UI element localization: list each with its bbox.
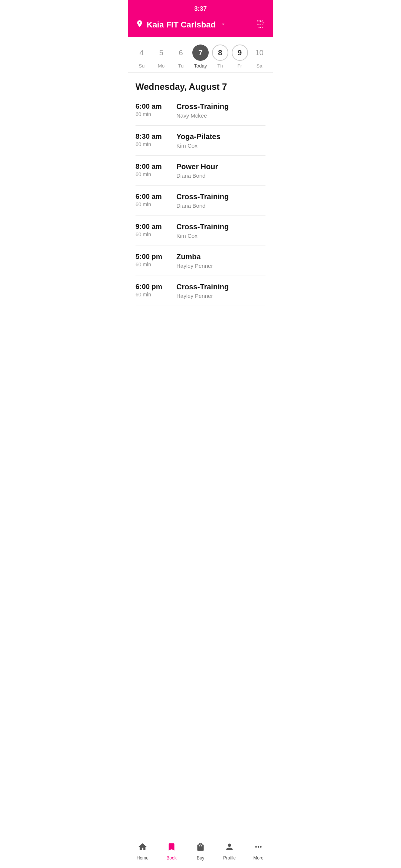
class-name-1: Yoga-Pilates bbox=[176, 132, 265, 141]
class-item-1[interactable]: 8:30 am 60 min Yoga-Pilates Kim Cox bbox=[136, 126, 265, 156]
day-number-8: 8 bbox=[212, 45, 228, 61]
class-instructor-6: Hayley Penner bbox=[176, 293, 265, 299]
class-time-5: 5:00 pm 60 min bbox=[136, 253, 176, 267]
class-time-main-1: 8:30 am bbox=[136, 132, 176, 141]
class-time-main-6: 6:00 pm bbox=[136, 283, 176, 291]
calendar-day-7[interactable]: 7 Today bbox=[191, 45, 210, 69]
class-time-3: 6:00 am 60 min bbox=[136, 193, 176, 207]
content-area: Wednesday, August 7 6:00 am 60 min Cross… bbox=[128, 73, 273, 343]
filter-button[interactable] bbox=[256, 19, 265, 30]
class-item-6[interactable]: 6:00 pm 60 min Cross-Training Hayley Pen… bbox=[136, 276, 265, 306]
day-label-6: Tu bbox=[178, 63, 184, 69]
class-name-5: Zumba bbox=[176, 253, 265, 261]
class-time-duration-5: 60 min bbox=[136, 262, 176, 267]
day-number-7: 7 bbox=[192, 45, 209, 61]
date-heading: Wednesday, August 7 bbox=[128, 73, 273, 96]
calendar-day-8[interactable]: 8 Th bbox=[211, 45, 229, 69]
class-instructor-3: Diana Bond bbox=[176, 203, 265, 209]
class-time-main-2: 8:00 am bbox=[136, 162, 176, 171]
class-time-2: 8:00 am 60 min bbox=[136, 162, 176, 177]
class-time-duration-2: 60 min bbox=[136, 171, 176, 177]
class-item-4[interactable]: 9:00 am 60 min Cross-Training Kim Cox bbox=[136, 216, 265, 246]
calendar-day-4[interactable]: 4 Su bbox=[132, 45, 151, 69]
svg-rect-0 bbox=[257, 24, 258, 24]
day-label-9: Fr bbox=[238, 63, 242, 69]
day-label-8: Th bbox=[217, 63, 223, 69]
calendar-day-10[interactable]: 10 Sa bbox=[250, 45, 268, 69]
class-time-main-5: 5:00 pm bbox=[136, 253, 176, 261]
class-name-0: Cross-Training bbox=[176, 102, 265, 111]
day-number-4: 4 bbox=[133, 45, 150, 61]
day-label-5: Mo bbox=[158, 63, 164, 69]
class-time-duration-3: 60 min bbox=[136, 201, 176, 207]
class-info-3: Cross-Training Diana Bond bbox=[176, 193, 265, 209]
location-selector[interactable]: Kaia FIT Carlsbad bbox=[136, 20, 226, 30]
day-label-7: Today bbox=[194, 63, 207, 69]
class-instructor-4: Kim Cox bbox=[176, 233, 265, 239]
class-item-2[interactable]: 8:00 am 60 min Power Hour Diana Bond bbox=[136, 156, 265, 186]
class-time-duration-6: 60 min bbox=[136, 292, 176, 297]
svg-rect-1 bbox=[260, 21, 261, 22]
class-time-main-0: 6:00 am bbox=[136, 102, 176, 111]
class-name-4: Cross-Training bbox=[176, 223, 265, 231]
class-item-0[interactable]: 6:00 am 60 min Cross-Training Navy Mckee bbox=[136, 96, 265, 126]
time-display: 3:37 bbox=[194, 5, 207, 12]
calendar-day-9[interactable]: 9 Fr bbox=[231, 45, 249, 69]
class-time-duration-0: 60 min bbox=[136, 111, 176, 117]
class-instructor-1: Kim Cox bbox=[176, 142, 265, 149]
day-label-10: Sa bbox=[257, 63, 263, 69]
app-header: Kaia FIT Carlsbad bbox=[128, 16, 273, 37]
day-number-10: 10 bbox=[251, 45, 267, 61]
day-label-4: Su bbox=[138, 63, 144, 69]
class-info-6: Cross-Training Hayley Penner bbox=[176, 283, 265, 299]
class-time-0: 6:00 am 60 min bbox=[136, 102, 176, 117]
class-time-main-4: 9:00 am bbox=[136, 223, 176, 231]
class-info-2: Power Hour Diana Bond bbox=[176, 162, 265, 179]
class-time-1: 8:30 am 60 min bbox=[136, 132, 176, 147]
class-instructor-2: Diana Bond bbox=[176, 172, 265, 179]
class-info-4: Cross-Training Kim Cox bbox=[176, 223, 265, 239]
calendar-day-6[interactable]: 6 Tu bbox=[172, 45, 190, 69]
calendar-day-5[interactable]: 5 Mo bbox=[152, 45, 170, 69]
class-info-0: Cross-Training Navy Mckee bbox=[176, 102, 265, 119]
location-name: Kaia FIT Carlsbad bbox=[147, 20, 216, 30]
class-instructor-5: Hayley Penner bbox=[176, 263, 265, 269]
calendar-strip: 4 Su 5 Mo 6 Tu 7 Today 8 Th 9 Fr 10 Sa bbox=[128, 37, 273, 73]
class-time-6: 6:00 pm 60 min bbox=[136, 283, 176, 297]
class-name-2: Power Hour bbox=[176, 162, 265, 171]
svg-rect-2 bbox=[263, 23, 264, 23]
class-list: 6:00 am 60 min Cross-Training Navy Mckee… bbox=[128, 96, 273, 306]
class-name-3: Cross-Training bbox=[176, 193, 265, 201]
class-time-duration-4: 60 min bbox=[136, 231, 176, 237]
location-icon bbox=[136, 20, 144, 30]
class-instructor-0: Navy Mckee bbox=[176, 112, 265, 119]
class-time-duration-1: 60 min bbox=[136, 141, 176, 147]
class-item-3[interactable]: 6:00 am 60 min Cross-Training Diana Bond bbox=[136, 186, 265, 216]
day-number-6: 6 bbox=[173, 45, 189, 61]
chevron-down-icon bbox=[220, 21, 226, 29]
class-info-5: Zumba Hayley Penner bbox=[176, 253, 265, 269]
class-time-main-3: 6:00 am bbox=[136, 193, 176, 201]
class-item-5[interactable]: 5:00 pm 60 min Zumba Hayley Penner bbox=[136, 246, 265, 276]
day-number-5: 5 bbox=[153, 45, 169, 61]
class-info-1: Yoga-Pilates Kim Cox bbox=[176, 132, 265, 149]
status-bar: 3:37 bbox=[128, 0, 273, 16]
class-time-4: 9:00 am 60 min bbox=[136, 223, 176, 237]
day-number-9: 9 bbox=[232, 45, 248, 61]
class-name-6: Cross-Training bbox=[176, 283, 265, 291]
